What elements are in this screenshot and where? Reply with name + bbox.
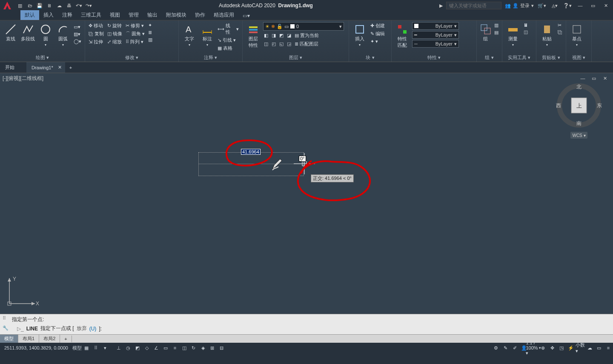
erase-icon[interactable]: ▥ (147, 37, 153, 43)
rotate-button[interactable]: ↻ 旋转 (106, 22, 123, 29)
layer-icon6[interactable]: ◰ (271, 40, 277, 48)
qat-new-icon[interactable]: ▥ (16, 2, 24, 9)
qat-plot-icon[interactable]: 🖶 (65, 2, 73, 9)
dynamic-length-input[interactable]: 41.6964 (241, 149, 261, 155)
account-button[interactable]: 👥 👤 登录 ▾ (505, 3, 534, 9)
base-button[interactable]: 基点▾ (569, 22, 585, 47)
status-iso-icon[interactable]: ◩ (133, 344, 142, 352)
fillet-button[interactable]: ⌒ 圆角 ▾ (125, 30, 146, 37)
minimize-icon[interactable]: — (576, 2, 585, 9)
move-button[interactable]: ✥ 移动 (88, 22, 105, 29)
leader-button[interactable]: ↘ 引线 ▾ (217, 37, 240, 44)
tab-start[interactable]: 开始 (0, 62, 26, 73)
status-otrack-icon[interactable]: ∠ (152, 344, 161, 352)
color-combo[interactable]: ByLayer ▾ (412, 22, 459, 30)
group-button[interactable]: 组 (479, 22, 492, 42)
status-ortho-icon[interactable]: ⊥ (114, 344, 123, 352)
tab-collab[interactable]: 协作 (191, 10, 209, 20)
app-exchange-icon[interactable]: 🛒▾ (537, 2, 547, 9)
layer-icon5[interactable]: ◫ (263, 40, 269, 48)
status-clean-icon[interactable]: ▭ (594, 344, 604, 352)
array-button[interactable]: ⠿ 阵列 ▾ (125, 38, 146, 46)
tab-3dtools[interactable]: 三维工具 (77, 10, 106, 20)
layout-model[interactable]: 模型 (0, 335, 18, 343)
status-pan-icon[interactable]: ✥ (547, 344, 557, 352)
tab-featured[interactable]: 精选应用 (209, 10, 238, 20)
status-grid-icon[interactable]: ▦ (82, 344, 91, 352)
tab-addins[interactable]: 附加模块 (162, 10, 191, 20)
scale-button[interactable]: ⤢ 缩放 (106, 38, 123, 46)
stretch-button[interactable]: ⇲ 拉伸 (88, 38, 105, 46)
status-decimal[interactable]: 小数 ▾ (576, 344, 585, 352)
cmd-input[interactable]: ▷_ LINE 指定下一点或 [放弃(U)]: (0, 324, 613, 333)
status-dyn2-icon[interactable]: ⊞ (208, 344, 217, 352)
layer-icon3[interactable]: ◩ (278, 32, 284, 39)
help-icon[interactable]: ❔▾ (563, 2, 572, 9)
hatch-icon[interactable]: ▨▾ (73, 31, 82, 37)
circle-button[interactable]: 圆▾ (38, 22, 54, 47)
copy-clip-icon[interactable]: ⿻ (557, 29, 563, 35)
layout-add[interactable]: + (60, 336, 72, 342)
layer-match-button[interactable]: ≣ 匹配图层 (294, 40, 319, 48)
close-icon[interactable]: ✕ (601, 2, 610, 9)
arc-button[interactable]: 圆弧▾ (55, 22, 71, 47)
layer-icon4[interactable]: ◪ (286, 32, 292, 39)
copy-button[interactable]: ⿻ 复制 (88, 30, 105, 37)
maximize-icon[interactable]: ▭ (588, 2, 598, 9)
linetype-button[interactable]: ⟷ 线性 ▾ (217, 22, 240, 36)
qat-open-icon[interactable]: 🗁 (26, 2, 34, 9)
tab-extra[interactable]: ▭▾ (238, 11, 254, 20)
qat-undo-icon[interactable]: ↶▾ (75, 2, 83, 9)
qat-saveas-icon[interactable]: 🗎 (46, 2, 53, 9)
calc-icon[interactable]: 🖩 (523, 22, 529, 28)
status-iso2-icon[interactable]: ◳ (557, 344, 566, 352)
status-osnap-icon[interactable]: ◇ (142, 344, 152, 352)
status-cloud-icon[interactable]: ☁ (585, 344, 594, 352)
explode-icon[interactable]: ✦ (147, 22, 153, 28)
viewport-label[interactable]: [-][俯视][二维线框] (3, 75, 43, 82)
search-input[interactable] (446, 2, 501, 9)
trim-button[interactable]: ✂ 修剪 ▾ (125, 22, 146, 29)
status-customize-icon[interactable]: ≡ (604, 344, 613, 352)
tab-view[interactable]: 视图 (106, 10, 124, 20)
app-a360-icon[interactable]: ◬▾ (550, 2, 559, 9)
layout-1[interactable]: 布局1 (18, 335, 39, 343)
app-logo[interactable] (3, 1, 12, 10)
viewcube[interactable]: 北 南 西 东 上 WCS ▾ (553, 81, 604, 140)
tab-drawing1[interactable]: Drawing1* ✕ (26, 62, 65, 73)
layer-props-button[interactable]: 图层 特性 (245, 22, 261, 48)
rect-icon[interactable]: ▭▾ (73, 24, 82, 30)
ellipse-icon[interactable]: ◯▾ (73, 38, 82, 45)
linetype-combo[interactable]: ─ByLayer ▾ (412, 40, 459, 48)
drawing-canvas[interactable] (0, 73, 613, 314)
status-model[interactable]: 模型 (72, 344, 82, 352)
mirror-button[interactable]: ◫ 镜像 (106, 30, 123, 37)
tab-annotate[interactable]: 注释 (58, 10, 77, 20)
props-match-button[interactable]: 特性 匹配 (394, 22, 410, 48)
lineweight-combo[interactable]: ━ByLayer ▾ (412, 31, 459, 39)
tab-output[interactable]: 输出 (143, 10, 162, 20)
tab-default[interactable]: 默认 (20, 10, 39, 20)
block-attr-icon[interactable]: ✦ ▾ (370, 38, 386, 45)
cmd-customize-icon[interactable]: 🔧 (3, 325, 9, 331)
edit-block-button[interactable]: ✎ 编辑 (370, 30, 386, 37)
insert-button[interactable]: 插入▾ (352, 22, 368, 47)
layer-current-button[interactable]: ▤ 置为当前 (294, 32, 320, 39)
qat-cloud-icon[interactable]: ☁ (55, 2, 63, 9)
status-polar-icon[interactable]: ◷ (123, 344, 133, 352)
status-zoom-icon[interactable]: ⊕ (538, 344, 547, 352)
status-scale[interactable]: 1:1 / 100% ▾ (529, 344, 538, 352)
status-qsave-icon[interactable]: ⊟ (217, 344, 226, 352)
paste-button[interactable]: 粘贴▾ (539, 22, 555, 47)
status-ws-icon[interactable]: ⚙ (491, 344, 501, 352)
status-anno1-icon[interactable]: ✎ (501, 344, 510, 352)
tab-manage[interactable]: 管理 (124, 10, 143, 20)
status-dyn-icon[interactable]: ▭ (161, 344, 170, 352)
status-snap-icon[interactable]: ⠿ (91, 344, 100, 352)
cut-icon[interactable]: ✂ (557, 22, 563, 28)
table-button[interactable]: ▦ 表格 (217, 45, 240, 52)
layout-2[interactable]: 布局2 (39, 335, 60, 343)
line-button[interactable]: 直线 (3, 22, 18, 42)
group-edit-icon[interactable]: ▤ (493, 29, 499, 36)
cmd-history-icon[interactable]: ⠿ (3, 316, 6, 321)
